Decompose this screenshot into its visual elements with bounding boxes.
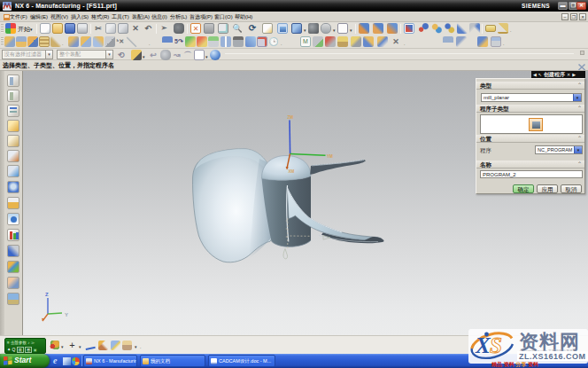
svg-text:XM: XM <box>289 169 295 174</box>
svg-text:S: S <box>490 333 502 357</box>
svg-text:Z: Z <box>45 292 49 297</box>
svg-text:YM: YM <box>327 154 333 159</box>
svg-text:Y: Y <box>65 312 68 317</box>
svg-text:ZM: ZM <box>288 115 294 120</box>
